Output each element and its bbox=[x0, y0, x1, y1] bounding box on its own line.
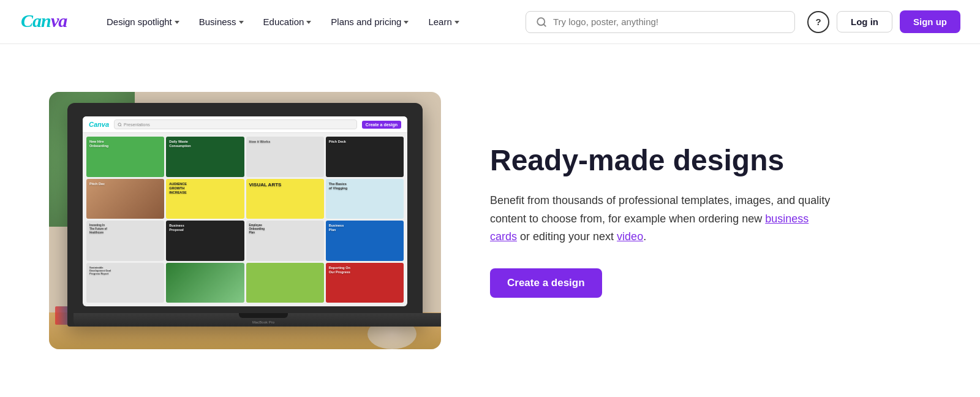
nav-item-learn[interactable]: Learn bbox=[420, 12, 467, 32]
chevron-down-icon bbox=[454, 21, 459, 24]
video-link[interactable]: video bbox=[617, 230, 643, 243]
nav-item-plans-pricing[interactable]: Plans and pricing bbox=[322, 12, 417, 32]
search-icon bbox=[536, 17, 547, 28]
laptop-image-container: Canva Presentations Create a design New … bbox=[49, 92, 441, 349]
search-input[interactable] bbox=[553, 17, 785, 27]
template-card-9: Investing In The Future of Healthcare bbox=[86, 221, 164, 261]
template-card-2: Daily Waste Consumption bbox=[166, 137, 244, 177]
canva-mini-logo: Canva bbox=[89, 121, 109, 128]
create-design-button[interactable]: Create a design bbox=[490, 268, 602, 298]
canva-search-mini: Presentations bbox=[114, 119, 357, 129]
main-content: Canva Presentations Create a design New … bbox=[0, 44, 980, 397]
canva-logo[interactable]: Can va bbox=[20, 7, 81, 37]
login-button[interactable]: Log in bbox=[837, 11, 892, 32]
chevron-down-icon bbox=[175, 21, 179, 24]
nav-item-education[interactable]: Education bbox=[255, 12, 320, 32]
nav-right-actions: ? Log in Sign up bbox=[807, 10, 960, 33]
template-card-8: The Basics of Vlogging bbox=[326, 179, 404, 219]
chevron-down-icon bbox=[239, 21, 244, 24]
canva-template-grid: New Hire Onboarding Daily Waste Consumpt… bbox=[83, 133, 407, 306]
template-card-15 bbox=[246, 263, 324, 303]
help-button[interactable]: ? bbox=[807, 11, 829, 33]
text-content: Ready-made designs Benefit from thousand… bbox=[490, 143, 833, 298]
nav-item-design-spotlight[interactable]: Design spotlight bbox=[98, 12, 188, 32]
svg-line-5 bbox=[121, 125, 121, 126]
laptop-notch bbox=[239, 313, 288, 318]
template-card-12: Business Plan bbox=[326, 221, 404, 261]
template-card-14 bbox=[166, 263, 244, 303]
template-card-6: AUDIENCE GROWTH INCREASE bbox=[166, 179, 244, 219]
template-card-1: New Hire Onboarding bbox=[86, 137, 164, 177]
laptop-wrapper: Canva Presentations Create a design New … bbox=[49, 92, 441, 349]
template-card-16: Reporting On Our Progress bbox=[326, 263, 404, 303]
svg-text:va: va bbox=[51, 10, 67, 31]
nav-links: Design spotlight Business Education Plan… bbox=[98, 12, 516, 32]
svg-line-3 bbox=[543, 24, 545, 26]
nav-item-business[interactable]: Business bbox=[190, 12, 252, 32]
template-card-5: Pitch Dec bbox=[86, 179, 164, 219]
svg-text:Can: Can bbox=[21, 10, 51, 31]
navbar: Can va Design spotlight Business Educati… bbox=[0, 0, 980, 44]
template-card-13: Sustainable Development Goal Progress Re… bbox=[86, 263, 164, 303]
template-card-10: Business Proposal bbox=[166, 221, 244, 261]
search-bar bbox=[526, 11, 795, 33]
template-card-11: Employee Onboarding Plan bbox=[246, 221, 324, 261]
laptop-body: Canva Presentations Create a design New … bbox=[67, 103, 423, 327]
svg-point-4 bbox=[118, 123, 121, 126]
canva-create-btn-mini: Create a design bbox=[362, 121, 401, 129]
laptop-base: MacBook Pro bbox=[74, 313, 441, 327]
template-card-3: How it Works bbox=[246, 137, 324, 177]
chevron-down-icon bbox=[404, 21, 409, 24]
signup-button[interactable]: Sign up bbox=[900, 10, 960, 33]
chevron-down-icon bbox=[306, 21, 311, 24]
hero-headline: Ready-made designs bbox=[490, 143, 833, 177]
template-card-4: Pitch Deck bbox=[326, 137, 404, 177]
hero-description: Benefit from thousands of professional t… bbox=[490, 192, 833, 246]
laptop-screen: Canva Presentations Create a design New … bbox=[83, 116, 407, 306]
canva-ui: Canva Presentations Create a design New … bbox=[83, 116, 407, 306]
canva-topbar: Canva Presentations Create a design bbox=[83, 116, 407, 133]
template-card-7: VISUAL ARTS bbox=[246, 179, 324, 219]
